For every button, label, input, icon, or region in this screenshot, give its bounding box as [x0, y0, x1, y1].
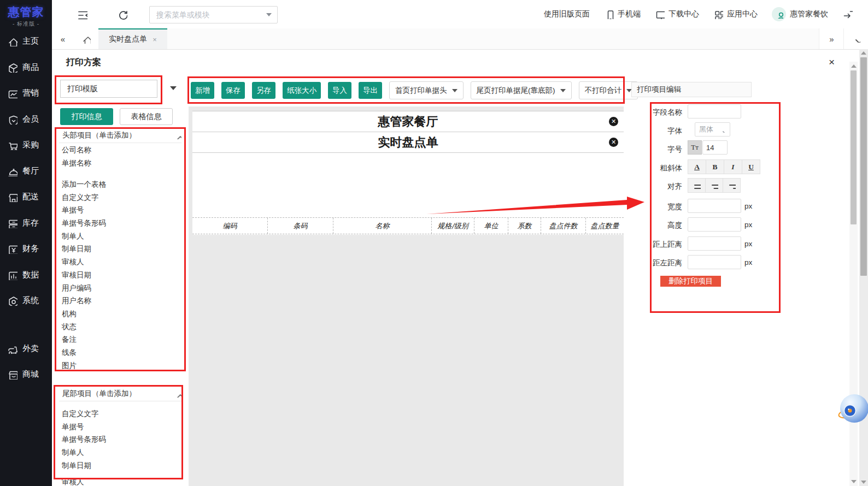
delete-print-item-button[interactable]: 删除打印项目 [660, 276, 721, 287]
list-item[interactable]: 自定义文字 [62, 407, 106, 420]
list-item[interactable]: 制单日期 [62, 242, 106, 256]
template-dropdown-caret-icon[interactable] [170, 86, 177, 90]
tab-close-icon[interactable]: × [153, 35, 157, 44]
home-tab-button[interactable] [74, 28, 99, 49]
search-input[interactable] [155, 10, 262, 20]
preview-table-header[interactable]: 编码 条码 名称 规格/级别 单位 系数 盘点件数 盘点数量 [192, 217, 624, 234]
account-name: 惠管家餐饮 [790, 9, 828, 19]
list-item[interactable]: 图片 [62, 359, 106, 372]
tab-realtime-inventory[interactable]: 实时盘点单 × [98, 28, 167, 49]
header-print-mode-dropdown[interactable]: 首页打印单据头 [389, 81, 464, 99]
align-left-button[interactable] [688, 179, 706, 192]
sidebar-item-restaurant[interactable]: 餐厅 [0, 158, 52, 185]
logout-icon[interactable] [842, 9, 853, 20]
list-item[interactable]: 单据号条形码 [62, 217, 106, 230]
total-print-mode-dropdown[interactable]: 不打印合计 [579, 81, 638, 99]
import-button[interactable]: 导入 [328, 82, 351, 99]
sidebar-item-home[interactable]: 主页 [0, 28, 52, 55]
list-item[interactable]: 添加一个表格 [62, 178, 106, 191]
list-item[interactable]: 制单人 [62, 446, 106, 459]
list-item[interactable]: 线条 [62, 346, 106, 359]
search-dropdown-caret-icon[interactable] [266, 13, 272, 16]
sidebar-item-marketing[interactable]: 营销 [0, 80, 52, 106]
print-template-selector[interactable]: 打印模版 [60, 80, 157, 98]
list-item[interactable]: 单据号 [62, 204, 106, 217]
font-size-icon[interactable]: Tт [688, 140, 702, 155]
sidebar-item-inventory[interactable]: 库存 [0, 210, 52, 236]
list-item[interactable]: 单据名称 [62, 157, 91, 170]
align-right-button[interactable] [723, 179, 740, 192]
export-button[interactable]: 导出 [359, 82, 382, 99]
width-input[interactable] [688, 199, 741, 213]
list-item[interactable]: 机构 [62, 307, 106, 321]
list-item[interactable]: 制单日期 [62, 459, 106, 472]
remove-item-icon[interactable]: ✕ [609, 138, 618, 147]
assistant-mascot[interactable] [837, 390, 868, 426]
list-item[interactable]: 状态 [62, 321, 106, 334]
download-center-link[interactable]: 下载中心 [655, 9, 699, 19]
new-button[interactable]: 新增 [191, 82, 214, 99]
left-margin-input[interactable] [688, 255, 741, 269]
list-item[interactable]: 审核日期 [62, 269, 106, 282]
tabs-menu-button[interactable] [843, 28, 868, 49]
app-logo[interactable]: 惠管家 - 标准版 - [0, 0, 52, 28]
sidebar-item-purchasing[interactable]: 采购 [0, 132, 52, 158]
sidebar-item-mall[interactable]: 商城 [0, 361, 52, 388]
sidebar-item-delivery[interactable]: 配送 [0, 184, 52, 210]
scroll-up-arrow-icon[interactable] [851, 64, 857, 68]
height-input[interactable] [688, 217, 741, 232]
list-item[interactable]: 审核人 [62, 476, 84, 486]
bold-button[interactable]: B [706, 160, 724, 174]
save-button[interactable]: 保存 [221, 82, 245, 99]
collapse-menu-icon[interactable] [77, 9, 87, 20]
list-item[interactable]: 用户编码 [62, 282, 106, 295]
font-select[interactable]: 黑体 [695, 122, 730, 137]
list-item[interactable]: 公司名称 [62, 144, 91, 157]
preview-company-row[interactable]: 惠管家餐厅 ✕ [192, 111, 624, 132]
tabs-scroll-left-button[interactable]: « [52, 28, 74, 49]
legacy-page-link[interactable]: 使用旧版页面 [544, 9, 590, 19]
preview-doc-title-row[interactable]: 实时盘点单 ✕ [192, 132, 624, 153]
save-as-button[interactable]: 另存 [252, 82, 275, 99]
footer-print-mode-dropdown[interactable]: 尾页打印单据尾(靠底部) [471, 81, 572, 99]
sidebar-item-data[interactable]: 数据 [0, 262, 52, 288]
font-color-button[interactable]: A [688, 160, 706, 174]
footer-items-section-header[interactable]: 尾部项目（单击添加） [59, 387, 181, 401]
top-margin-input[interactable] [688, 236, 741, 251]
italic-button[interactable]: I [724, 160, 742, 174]
mobile-link[interactable]: 手机端 [604, 9, 641, 19]
list-item[interactable]: 自定义文字 [62, 191, 106, 204]
remove-item-icon[interactable]: ✕ [609, 117, 618, 126]
sidebar-item-products[interactable]: 商品 [0, 55, 52, 81]
header-items-section-header[interactable]: 头部项目（单击添加） [59, 128, 181, 143]
paper-size-button[interactable]: 纸张大小 [283, 82, 321, 99]
print-info-button[interactable]: 打印信息 [60, 108, 113, 125]
sidebar-item-finance[interactable]: 财务 [0, 236, 52, 262]
sidebar-item-system[interactable]: 系统 [0, 288, 52, 314]
list-item[interactable]: 单据号条形码 [62, 433, 106, 446]
align-center-button[interactable] [706, 179, 723, 192]
sidebar-item-members[interactable]: 会员 [0, 106, 52, 133]
underline-button[interactable]: U [742, 160, 760, 174]
tabs-scroll-right-button[interactable]: » [819, 28, 844, 49]
inner-scrollbar-thumb[interactable] [851, 70, 857, 224]
refresh-icon[interactable] [116, 9, 127, 20]
list-item[interactable]: 单据号 [62, 420, 106, 434]
list-item[interactable]: 用户名称 [62, 294, 106, 307]
list-item[interactable]: 备注 [62, 333, 106, 346]
scroll-down-arrow-icon[interactable] [851, 480, 857, 483]
scroll-down-arrow-icon[interactable] [861, 481, 866, 484]
scroll-up-arrow-icon[interactable] [861, 51, 866, 55]
app-center-link[interactable]: 应用中心 [713, 9, 758, 19]
print-preview-area: 惠管家餐厅 ✕ 实时盘点单 ✕ 编码 条码 名称 规格/级别 单位 系数 盘点件… [189, 106, 624, 486]
font-size-input[interactable] [702, 140, 728, 155]
preview-company-name: 惠管家餐厅 [378, 114, 438, 130]
panel-close-icon[interactable]: × [829, 56, 835, 68]
account-menu[interactable]: 惠管家餐饮 [772, 7, 828, 21]
window-scrollbar-thumb[interactable] [860, 57, 867, 276]
field-name-input[interactable] [688, 104, 741, 118]
table-info-button[interactable]: 表格信息 [120, 108, 173, 125]
sidebar-item-takeout[interactable]: 外卖 [0, 336, 52, 362]
list-item[interactable]: 审核人 [62, 256, 106, 269]
list-item[interactable]: 制单人 [62, 230, 106, 243]
